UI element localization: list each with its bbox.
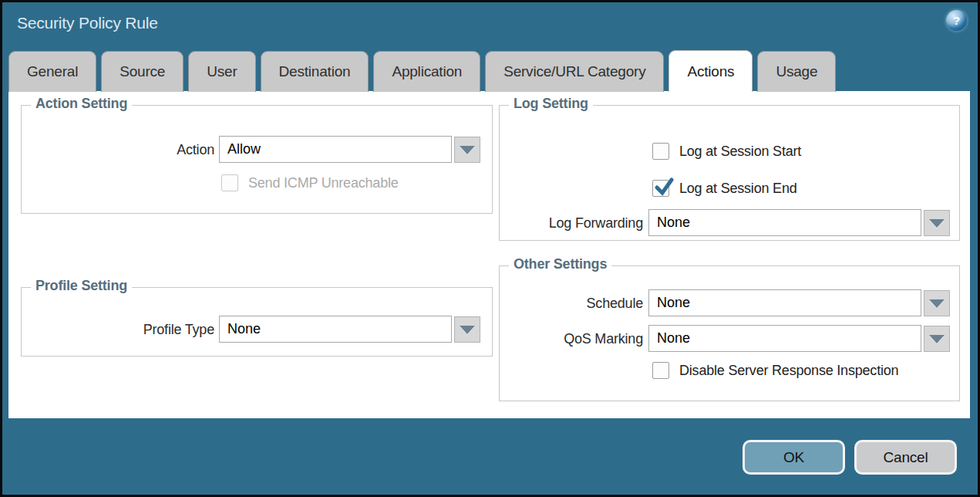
schedule-label: Schedule [500,296,643,312]
qos-marking-dropdown-button[interactable] [924,326,950,352]
chevron-down-icon [460,326,475,334]
cancel-button[interactable]: Cancel [854,440,957,475]
schedule-dropdown-input[interactable] [648,289,921,316]
action-label: Action [22,142,214,158]
tab-label: User [207,63,237,80]
tab-user[interactable]: User [188,51,255,92]
action-dropdown-input[interactable] [219,136,452,163]
profile-type-label: Profile Type [22,322,214,338]
qos-marking-label: QoS Marking [500,331,643,347]
tab-actions[interactable]: Actions [668,50,753,92]
log-at-session-end-label[interactable]: Log at Session End [679,181,797,197]
log-at-session-start-label[interactable]: Log at Session Start [679,144,801,160]
chevron-down-icon [929,299,945,308]
tab-label: Source [120,63,165,80]
log-at-session-end-checkbox[interactable] [652,180,669,197]
log-forwarding-dropdown-input[interactable] [648,209,921,236]
help-icon[interactable]: ? [946,10,967,31]
send-icmp-unreachable-checkbox [221,174,238,191]
tab-application[interactable]: Application [373,51,480,92]
other-settings-group: Other Settings Schedule QoS Marking Disa… [499,265,960,401]
tab-label: Actions [687,63,734,80]
action-dropdown-button[interactable] [454,137,480,163]
tab-usage[interactable]: Usage [757,51,836,92]
actions-tab-content: Action Setting Action Send ICMP Unreacha… [8,91,970,418]
dialog-title: Security Policy Rule [17,14,158,32]
action-setting-legend: Action Setting [31,96,132,112]
log-forwarding-dropdown-button[interactable] [924,210,950,236]
log-setting-group: Log Setting Log at Session Start Log at … [499,105,960,241]
profile-type-dropdown-input[interactable] [219,316,452,343]
help-icon-glyph: ? [953,14,960,27]
tab-label: Destination [279,63,351,80]
chevron-down-icon [460,146,475,154]
disable-server-response-inspection-checkbox[interactable] [652,362,669,379]
ok-button-label: OK [783,449,804,466]
log-forwarding-label: Log Forwarding [500,215,643,232]
schedule-dropdown-button[interactable] [924,290,950,316]
profile-type-dropdown-button[interactable] [454,316,480,343]
disable-server-response-inspection-label[interactable]: Disable Server Response Inspection [679,363,898,379]
tab-label: Usage [776,63,817,80]
tab-destination[interactable]: Destination [261,51,369,92]
tab-general[interactable]: General [8,51,96,92]
send-icmp-unreachable-label: Send ICMP Unreachable [248,175,399,191]
tab-service-url-category[interactable]: Service/URL Category [485,51,664,92]
qos-marking-dropdown-input[interactable] [648,325,921,352]
log-at-session-start-checkbox[interactable] [652,143,669,160]
action-setting-group: Action Setting Action Send ICMP Unreacha… [21,105,493,214]
chevron-down-icon [929,219,945,228]
chevron-down-icon [929,335,945,343]
tab-strip: General Source User Destination Applicat… [8,50,836,92]
tab-label: Service/URL Category [503,63,645,80]
tab-label: General [27,63,78,80]
security-policy-rule-dialog: Security Policy Rule ? General Source Us… [0,0,980,497]
profile-setting-legend: Profile Setting [31,278,132,294]
tab-source[interactable]: Source [101,51,184,92]
tab-label: Application [392,63,462,80]
ok-button[interactable]: OK [743,440,845,475]
profile-setting-group: Profile Setting Profile Type [21,287,493,357]
other-settings-legend: Other Settings [509,256,611,272]
cancel-button-label: Cancel [884,449,928,466]
log-setting-legend: Log Setting [509,96,593,112]
